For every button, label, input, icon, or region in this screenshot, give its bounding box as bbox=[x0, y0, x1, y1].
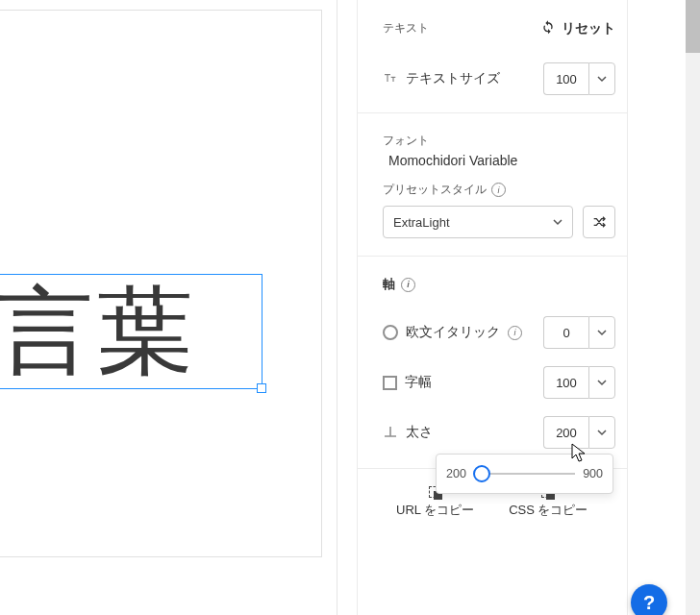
width-stepper[interactable] bbox=[543, 366, 615, 399]
weight-icon bbox=[383, 424, 398, 442]
width-checkbox[interactable] bbox=[383, 376, 397, 390]
weight-stepper[interactable] bbox=[543, 416, 615, 449]
width-dropdown-button[interactable] bbox=[588, 366, 615, 399]
weight-dropdown-button[interactable] bbox=[588, 416, 615, 449]
text-selection-frame[interactable]: る言葉 bbox=[0, 274, 262, 389]
settings-panel: テキスト リセット テキストサイズ bbox=[337, 0, 700, 615]
copy-url-label: URL をコピー bbox=[396, 502, 474, 519]
font-section: フォント Momochidori Variable プリセットスタイル i Ex… bbox=[358, 113, 627, 257]
info-icon[interactable]: i bbox=[401, 278, 415, 292]
weight-slider[interactable] bbox=[474, 473, 575, 475]
weight-slider-min: 200 bbox=[446, 467, 466, 480]
chevron-down-icon bbox=[597, 74, 607, 84]
weight-slider-thumb[interactable] bbox=[473, 465, 490, 482]
italic-dropdown-button[interactable] bbox=[588, 316, 615, 349]
weight-slider-max: 900 bbox=[583, 467, 603, 480]
shuffle-icon bbox=[591, 214, 607, 230]
shuffle-style-button[interactable] bbox=[583, 206, 615, 238]
resize-handle-se[interactable] bbox=[257, 383, 266, 393]
reset-icon bbox=[540, 19, 556, 37]
sample-text: る言葉 bbox=[0, 275, 197, 390]
weight-slider-popover: 200 900 bbox=[436, 454, 613, 494]
text-size-input[interactable] bbox=[543, 62, 588, 95]
preset-style-value: ExtraLight bbox=[393, 215, 450, 230]
chevron-down-icon bbox=[597, 328, 607, 337]
text-section-title: テキスト bbox=[383, 20, 429, 37]
italic-radio[interactable] bbox=[383, 325, 398, 340]
help-button[interactable]: ? bbox=[631, 584, 667, 615]
axis-row-width: 字幅 bbox=[383, 366, 615, 399]
font-name-label: Momochidori Variable bbox=[388, 153, 615, 168]
axes-title: 軸 bbox=[383, 276, 395, 293]
chevron-down-icon bbox=[553, 217, 562, 227]
reset-label: リセット bbox=[562, 20, 615, 37]
axis-italic-label: 欧文イタリック bbox=[406, 324, 500, 341]
scrollbar-thumb[interactable] bbox=[686, 0, 700, 53]
italic-input[interactable] bbox=[543, 316, 588, 349]
reset-button[interactable]: リセット bbox=[540, 19, 615, 37]
axis-width-label: 字幅 bbox=[405, 374, 432, 391]
preset-style-label: プリセットスタイル bbox=[383, 182, 487, 198]
panel-scrollbar[interactable] bbox=[686, 0, 700, 615]
text-size-dropdown-button[interactable] bbox=[588, 62, 615, 95]
info-icon[interactable]: i bbox=[508, 326, 522, 340]
info-icon[interactable]: i bbox=[491, 183, 506, 197]
canvas-area: る言葉 bbox=[0, 10, 337, 567]
help-icon: ? bbox=[643, 592, 655, 614]
copy-css-label: CSS をコピー bbox=[509, 502, 588, 519]
preset-style-select[interactable]: ExtraLight bbox=[383, 206, 573, 238]
chevron-down-icon bbox=[597, 378, 607, 387]
width-input[interactable] bbox=[543, 366, 588, 399]
text-size-label: テキストサイズ bbox=[406, 70, 500, 87]
text-section: テキスト リセット テキストサイズ bbox=[358, 0, 627, 113]
chevron-down-icon bbox=[597, 428, 607, 437]
axis-row-italic: 欧文イタリック i bbox=[383, 316, 615, 349]
axes-section: 軸 i 欧文イタリック i bbox=[358, 257, 627, 469]
axis-weight-label: 太さ bbox=[406, 424, 433, 441]
italic-stepper[interactable] bbox=[543, 316, 615, 349]
axis-row-weight: 太さ bbox=[383, 416, 615, 449]
text-size-icon bbox=[383, 70, 398, 88]
font-section-title: フォント bbox=[383, 134, 429, 147]
text-size-stepper[interactable] bbox=[543, 62, 615, 95]
weight-input[interactable] bbox=[543, 416, 588, 449]
